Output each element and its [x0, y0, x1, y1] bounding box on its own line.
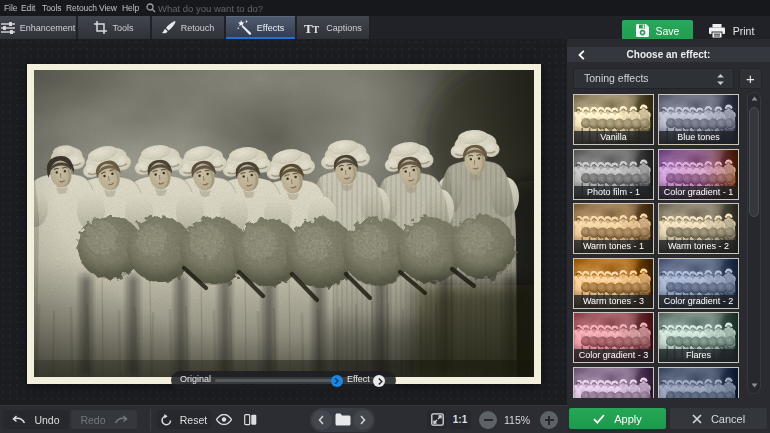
- svg-text:T: T: [313, 23, 320, 34]
